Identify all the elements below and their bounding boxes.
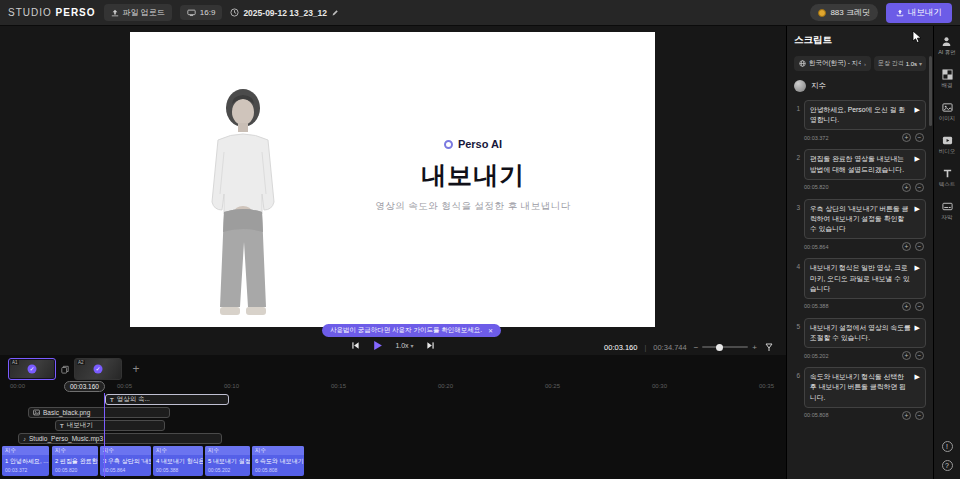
sentence-duration: 00:05.202 [804,353,828,359]
rail-item-caption[interactable]: 자막 [942,201,953,221]
ruler-tick: 00:00 [10,383,25,389]
playback-speed-dropdown[interactable]: 1.0x ▾ [395,342,413,349]
sentence-textbox[interactable]: 안녕하세요, Perso에 오신 걸 환영합니다. ▶ [804,100,926,130]
image-clip[interactable]: Basic_black.png [28,407,170,418]
time-ruler[interactable]: 00:00 00:05 00:10 00:15 00:20 00:25 00:3… [0,383,786,393]
export-button[interactable]: 내보내기 [886,3,952,23]
script-panel-title: 스크립트 [794,34,926,47]
remove-sentence-button[interactable]: − [915,351,924,360]
speaker-avatar[interactable] [794,80,806,92]
zoom-slider[interactable] [702,346,748,348]
playhead-line[interactable] [104,393,105,477]
rail-item-background[interactable]: 배경 [942,69,953,89]
remove-sentence-button[interactable]: − [915,302,924,311]
skip-forward-button[interactable] [426,341,435,350]
close-icon[interactable]: ✕ [488,327,493,334]
sentence-number: 6 [794,367,800,408]
current-time: 00:03.160 [604,343,637,352]
skip-back-button[interactable] [351,341,360,350]
script-clip-track: 지수 1 안녕하세요, ... 00:03.372 지수 2 편집을 완료한..… [0,446,786,477]
speaker-row: 지수 [794,80,926,92]
rail-item-video[interactable]: 비디오 [939,135,956,155]
rail-item-image[interactable]: 이미지 [939,102,956,122]
voice-language-selector[interactable]: 한국어(한국) - 지수 › [794,56,871,71]
add-sentence-button[interactable]: + [902,351,911,360]
text-clip[interactable]: T 내보내기 [55,420,165,431]
script-clip[interactable]: 지수 5 내보내기 설정... 00:05.202 [205,446,250,476]
slide-title: 내보내기 [348,159,598,192]
add-sentence-button[interactable]: + [902,411,911,420]
sentence-textbox[interactable]: 내보내기 형식은 일반 영상, 크로마키, 오디오 파일로 내보낼 수 있습니다… [804,258,926,299]
playhead-time-badge[interactable]: 00:03.160 [64,381,105,392]
add-sentence-button[interactable]: + [902,242,911,251]
sentence-play-button[interactable]: ▶ [915,154,920,174]
rail-item-text[interactable]: 텍스트 [939,168,956,188]
fit-timeline-icon[interactable] [764,342,774,352]
sentence-textbox[interactable]: 내보내기 설정에서 영상의 속도를 조절할 수 있습니다. ▶ [804,318,926,348]
video-icon [942,135,953,146]
ruler-tick: 00:30 [652,383,667,389]
top-toolbar: STUDIO PERSO 파일 업로드 16:9 2025-09-12 13_2… [0,0,960,26]
sentence-play-button[interactable]: ▶ [915,372,920,403]
remove-sentence-button[interactable]: − [915,133,924,142]
zoom-in-button[interactable]: + [752,343,757,352]
credits-badge[interactable]: 883 크레딧 [810,4,878,21]
sentence-textbox[interactable]: 편집을 완료한 영상을 내보내는 방법에 대해 설명드리겠습니다. ▶ [804,149,926,179]
speaker-name: 지수 [811,81,826,91]
duplicate-scene-icon[interactable] [61,365,69,374]
script-clip[interactable]: 지수 2 편집을 완료한... 00:05.820 [52,446,98,476]
sentence-footer: 00:05.388 + − [804,302,924,311]
text-clip-selected[interactable]: T 영상의 속... [105,394,229,405]
guide-notice-banner[interactable]: 사용법이 궁금하다면 사용자 가이드를 확인해보세요. ✕ [322,324,501,337]
sentence-gap-dropdown[interactable]: 문장 간격 1.0s ▾ [874,56,926,71]
remove-sentence-button[interactable]: − [915,411,924,420]
project-title[interactable]: 2025-09-12 13_23_12 [230,8,339,18]
script-clip[interactable]: 지수 4 내보내기 형식은 일... 00:05.388 [153,446,203,476]
scene-thumbnail-2[interactable]: A2 ✓ [74,358,122,380]
add-scene-button[interactable]: + [127,360,145,378]
timeline-zoom-control: − + [694,343,757,352]
remove-sentence-button[interactable]: − [915,242,924,251]
sentence-play-button[interactable]: ▶ [915,263,920,294]
play-button[interactable] [372,340,383,351]
ruler-tick: 00:05 [117,383,132,389]
script-clip[interactable]: 지수 1 안녕하세요, ... 00:03.372 [2,446,49,476]
add-sentence-button[interactable]: + [902,133,911,142]
sentence-number: 4 [794,258,800,299]
sentence-play-button[interactable]: ▶ [915,323,920,343]
ruler-tick: 00:20 [438,383,453,389]
edit-pencil-icon[interactable] [331,9,339,17]
script-clip[interactable]: 지수 6 속도와 내보내기... 00:05.808 [252,446,304,476]
remove-sentence-button[interactable]: − [915,183,924,192]
ruler-tick: 00:10 [224,383,239,389]
sentence-textbox[interactable]: 우측 상단의 '내보내기' 버튼을 클릭하여 내보내기 설정을 확인할 수 있습… [804,199,926,240]
video-canvas[interactable]: Perso AI 내보내기 영상의 속도와 형식을 설정한 후 내보냅니다 [130,32,655,327]
help-icon[interactable]: ? [942,460,953,471]
avatar-person-image [188,82,298,327]
script-clip[interactable]: 지수 3 우측 상단의 '내보내기'... 00:05.864 [100,446,151,476]
aspect-ratio-button[interactable]: 16:9 [180,5,223,20]
caption-icon [942,201,953,212]
sentence-textbox[interactable]: 속도와 내보내기 형식을 선택한 후 내보내기 버튼을 클릭하면 됩니다. ▶ [804,367,926,408]
rail-item-ai-human[interactable]: AI 휴먼 [938,36,956,56]
script-sentence-row: 1 안녕하세요, Perso에 오신 걸 환영합니다. ▶ [794,100,926,130]
check-icon: ✓ [28,365,37,374]
panel-scrollbar[interactable] [929,56,932,126]
globe-icon [799,60,806,67]
add-sentence-button[interactable]: + [902,302,911,311]
export-icon [896,9,904,17]
ruler-tick: 00:35 [759,383,774,389]
zoom-out-button[interactable]: − [694,343,699,352]
sentence-play-button[interactable]: ▶ [915,105,920,125]
scene-thumbnail-1[interactable]: A1 ✓ [8,358,56,380]
zoom-slider-knob[interactable] [716,344,723,351]
audio-clip[interactable]: ♪ Studio_Perso_Music.mp3 [18,433,222,444]
sentence-footer: 00:05.864 + − [804,242,924,251]
perso-ring-icon [444,140,453,149]
file-upload-button[interactable]: 파일 업로드 [104,4,172,21]
chevron-right-icon: › [864,61,866,67]
coin-icon [818,9,826,17]
info-icon[interactable]: ! [942,441,953,452]
add-sentence-button[interactable]: + [902,183,911,192]
sentence-play-button[interactable]: ▶ [915,204,920,235]
